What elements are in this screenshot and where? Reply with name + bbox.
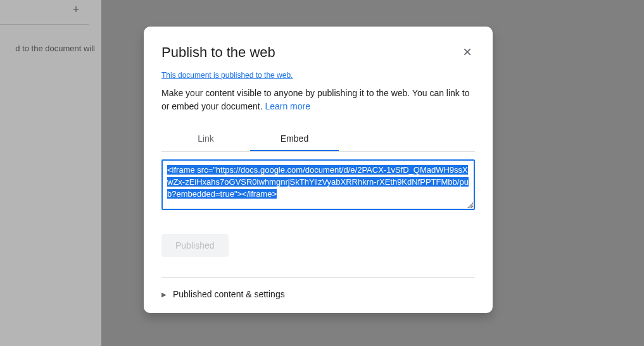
chevron-right-icon: ▶	[161, 291, 167, 298]
close-button[interactable]	[460, 44, 475, 59]
published-notice-link[interactable]: This document is published to the web.	[161, 71, 293, 80]
modal-header: Publish to the web	[161, 44, 475, 61]
description-text: Make your content visible to anyone by p…	[161, 88, 469, 111]
tab-link[interactable]: Link	[161, 127, 250, 151]
tab-embed[interactable]: Embed	[250, 127, 339, 151]
resize-handle-icon	[467, 202, 473, 208]
modal-title: Publish to the web	[161, 44, 275, 61]
published-content-settings-toggle[interactable]: ▶ Published content & settings	[161, 287, 285, 302]
collapsible-label: Published content & settings	[173, 289, 285, 299]
publish-modal: Publish to the web This document is publ…	[144, 27, 493, 313]
tabs: Link Embed	[161, 127, 475, 152]
learn-more-link[interactable]: Learn more	[265, 101, 310, 111]
section-divider	[161, 277, 475, 278]
published-button[interactable]: Published	[161, 234, 229, 257]
embed-code-selected-text: <iframe src="https://docs.google.com/doc…	[167, 165, 469, 199]
modal-description: Make your content visible to anyone by p…	[161, 87, 475, 113]
close-icon	[462, 47, 472, 57]
modal-overlay: Publish to the web This document is publ…	[0, 0, 644, 346]
embed-code-textarea[interactable]: <iframe src="https://docs.google.com/doc…	[161, 159, 475, 210]
